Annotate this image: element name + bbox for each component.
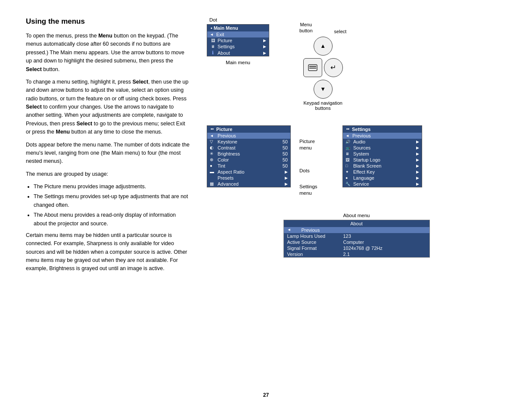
para-2: To change a menu setting, highlight it, … (26, 78, 190, 137)
settings-row-language: ● Language ▶ (343, 175, 422, 181)
settings-row-blank-screen: □ Blank Screen ▶ (343, 163, 422, 169)
settings-row-sources: 📺 Sources ▶ (343, 145, 422, 151)
bullet-2: The Settings menu provides set-up type a… (34, 193, 190, 209)
settings-menu-diagram-label: Settingsmenu (299, 184, 317, 196)
keypad-section: Menubutton select ▲ (299, 22, 346, 111)
picture-row-advanced: ▦ Advanced ▶ (207, 181, 290, 187)
picture-row-presets: Presets ▶ (207, 175, 290, 181)
bullet-list: The Picture menu provides image adjustme… (34, 183, 190, 228)
right-column: Dot • Main Menu ◄ Exit 🖼 Picture ▶ (207, 17, 506, 277)
main-menu-row-about: ℹ About ▶ (207, 50, 269, 56)
top-section: Dot • Main Menu ◄ Exit 🖼 Picture ▶ (207, 17, 506, 111)
settings-menu-block: •• Settings ◄ Previous 🔊 Audio ▶ 📺 S (342, 125, 422, 187)
settings-row-previous: ◄ Previous (343, 133, 422, 139)
keypad-up-btn[interactable]: ▲ (314, 37, 333, 56)
about-section: About menu About ◄ Previous Lamp Hours U… (207, 213, 506, 258)
svg-rect-1 (309, 66, 316, 67)
settings-row-system: 🖥 System ▶ (343, 151, 422, 157)
diagram-labels: Picturemenu Dots Settingsmenu (299, 125, 334, 197)
main-menu-row-picture: 🖼 Picture ▶ (207, 37, 269, 44)
picture-menu-block: •• Picture ◄ Previous ▽ Keystone 50 ◐ (207, 125, 291, 187)
about-row-signal: Signal Format 1024x768 @ 72Hz (284, 245, 429, 251)
main-menu-header: • Main Menu (207, 25, 269, 31)
settings-row-effect-key: ✦ Effect Key ▶ (343, 169, 422, 175)
para-3: Dots appear before the menu name. The nu… (26, 141, 190, 166)
picture-row-color: ⊕ Color 50 (207, 157, 290, 163)
settings-row-audio: 🔊 Audio ▶ (343, 139, 422, 145)
main-menu-row-exit: ◄ Exit (207, 31, 269, 37)
picture-row-brightness: ✳ Brightness 50 (207, 151, 290, 157)
settings-menu-header: •• Settings (343, 126, 422, 133)
section-title: Using the menus (26, 17, 190, 26)
middle-section: •• Picture ◄ Previous ▽ Keystone 50 ◐ (207, 125, 506, 197)
dot-label: Dot (209, 17, 217, 22)
keypad-menu-btn[interactable] (303, 58, 322, 77)
picture-menu-diagram-label: Picturemenu (299, 138, 315, 151)
about-menu-box: About ◄ Previous Lamp Hours Used 123 Act… (283, 220, 430, 258)
about-row-lamp: Lamp Hours Used 123 (284, 233, 429, 239)
page-number: 27 (263, 392, 269, 398)
picture-row-contrast: ◐ Contrast 50 (207, 145, 290, 151)
about-row-source: Active Source Computer (284, 239, 429, 245)
dots-label: Dots (299, 168, 317, 173)
keypad-down-btn[interactable]: ▼ (314, 80, 333, 99)
left-column: Using the menus To open the menus, press… (26, 17, 190, 277)
about-menu-label: About menu (343, 213, 370, 218)
about-row-version: Version 2.1 (284, 251, 429, 257)
main-menu-label: Main menu (226, 60, 250, 65)
select-label: select (334, 29, 347, 34)
bullet-1: The Picture menu provides image adjustme… (34, 183, 190, 191)
main-menu-row-settings: 🖥 Settings ▶ (207, 44, 269, 50)
bullet-3: The About menu provides a read-only disp… (34, 211, 190, 228)
keypad-enter-btn[interactable]: ↵ (324, 58, 343, 77)
settings-menu-box: •• Settings ◄ Previous 🔊 Audio ▶ 📺 S (342, 125, 422, 187)
picture-row-previous: ◄ Previous (207, 133, 290, 139)
settings-row-startup-logo: 🖼 Startup Logo ▶ (343, 157, 422, 163)
settings-row-service: 🔧 Service ▶ (343, 181, 422, 187)
picture-menu-header: •• Picture (207, 126, 290, 133)
about-menu-header: About (284, 220, 429, 227)
main-menu-block: Dot • Main Menu ◄ Exit 🖼 Picture ▶ (207, 17, 269, 65)
para-4: The menus are grouped by usage: (26, 170, 190, 178)
para-last: Certain menu items may be hidden until a… (26, 231, 190, 273)
para-1: To open the menus, press the Menu button… (26, 32, 190, 74)
keypad-nav-label: Keypad navigationbuttons (303, 100, 342, 111)
svg-rect-2 (309, 68, 316, 68)
main-menu-box: • Main Menu ◄ Exit 🖼 Picture ▶ 🖥 Setting… (207, 24, 269, 56)
picture-row-tint: ● Tint 50 (207, 163, 290, 169)
menu-button-label: Menubutton (299, 22, 313, 34)
picture-row-aspect: ▬ Aspect Ratio ▶ (207, 169, 290, 175)
picture-row-keystone: ▽ Keystone 50 (207, 139, 290, 145)
picture-menu-box: •• Picture ◄ Previous ▽ Keystone 50 ◐ (207, 125, 291, 187)
about-row-previous: ◄ Previous (284, 227, 429, 233)
